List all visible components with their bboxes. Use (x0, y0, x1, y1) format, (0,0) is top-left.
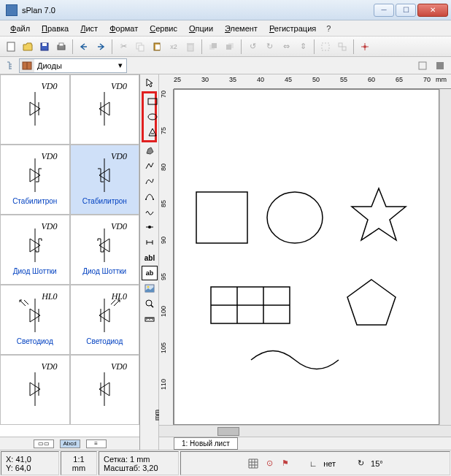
library-item[interactable]: HL0 Светодиод (70, 285, 140, 355)
maximize-button[interactable]: ☐ (396, 4, 416, 17)
paste-button[interactable] (149, 39, 165, 55)
menu-лист[interactable]: Лист (74, 22, 104, 35)
library-tree-button[interactable] (3, 58, 19, 74)
dropdown-arrow-icon[interactable]: ▾ (115, 61, 126, 70)
component-label (104, 130, 105, 131)
flip-v-button[interactable]: ⇕ (295, 39, 311, 55)
library-item[interactable]: VD0 (0, 74, 70, 145)
snap-toggle-button[interactable] (357, 39, 373, 55)
delete-button[interactable] (182, 39, 198, 55)
menu-опции[interactable]: Опции (183, 22, 219, 35)
image-tool[interactable] (142, 281, 158, 296)
menu-файл[interactable]: Файл (4, 22, 36, 35)
library-item[interactable]: VD0 (70, 355, 140, 425)
library-item[interactable]: VD0 (70, 74, 140, 145)
cut-button[interactable]: ✂ (115, 39, 131, 55)
rotate-right-button[interactable]: ↻ (261, 39, 277, 55)
group-button[interactable] (317, 39, 334, 55)
text-tool[interactable]: abI (142, 250, 158, 265)
menu-формат[interactable]: Формат (104, 22, 144, 35)
dimension-tool[interactable] (142, 235, 158, 250)
app-icon (6, 4, 18, 16)
lib-extra-2[interactable] (432, 58, 448, 74)
library-item[interactable]: HL0 Светодиод (0, 285, 70, 355)
curve-tool[interactable] (142, 174, 158, 188)
menu-сервис[interactable]: Сервис (144, 22, 183, 35)
magnet-icon[interactable]: ⊙ (263, 458, 275, 469)
lib-view-3[interactable]: ≡ (86, 439, 107, 448)
lib-view-2[interactable]: Abcd (60, 439, 80, 448)
ruler-tick: 55 (340, 76, 347, 83)
ruler-unit-v: mm (153, 410, 161, 421)
ellipse-tool[interactable] (144, 110, 161, 124)
freehand-tool[interactable] (142, 204, 158, 219)
sheet-tab-1[interactable]: 1: Новый лист (174, 437, 238, 450)
ruler-tick: 35 (229, 76, 236, 83)
angle-snap-icon[interactable]: ∟ (307, 458, 319, 469)
open-button[interactable] (20, 39, 36, 55)
redo-button[interactable] (93, 39, 109, 55)
shape-wave[interactable] (251, 351, 339, 369)
library-item[interactable]: VD0 (0, 355, 70, 425)
svg-rect-0 (7, 42, 15, 51)
grid-icon[interactable] (247, 458, 259, 469)
close-button[interactable]: ✕ (417, 4, 448, 17)
ruler-tick: 80 (160, 164, 167, 171)
node-tool[interactable] (142, 220, 158, 234)
library-item[interactable]: VD0 Стабилитрон (70, 145, 140, 215)
undo-button[interactable] (76, 39, 92, 55)
textbox-tool[interactable]: ab (142, 266, 158, 280)
library-item[interactable]: VD0 Диод Шоттки (0, 215, 70, 285)
rotate-icon[interactable]: ↻ (355, 458, 366, 469)
shape-table[interactable] (211, 287, 290, 323)
print-button[interactable] (53, 39, 69, 55)
new-button[interactable] (3, 39, 19, 55)
library-item[interactable]: VD0 Стабилитрон (0, 145, 70, 215)
special-shape-tool[interactable] (144, 125, 161, 139)
shape-square[interactable] (196, 192, 247, 243)
svg-point-44 (148, 114, 157, 120)
flip-h-button[interactable]: ⇔ (278, 39, 294, 55)
flag-icon[interactable]: ⚑ (280, 458, 291, 469)
shape-pentagon[interactable] (347, 280, 396, 325)
minimize-button[interactable]: ─ (374, 4, 394, 17)
component-ref: HL0 (112, 291, 127, 302)
rotate-left-button[interactable]: ↺ (244, 39, 261, 55)
component-label: Светодиод (85, 337, 123, 346)
bring-front-button[interactable] (205, 39, 221, 55)
copy-button[interactable] (132, 39, 148, 55)
ungroup-button[interactable] (334, 39, 350, 55)
lib-view-1[interactable]: ▭▭ (34, 439, 54, 448)
lib-extra-1[interactable] (415, 58, 431, 74)
save-button[interactable] (36, 39, 53, 55)
tool-palette: abI ab (140, 74, 159, 450)
menu-регистрация[interactable]: Регистрация (263, 22, 322, 35)
component-label (34, 410, 36, 412)
drawing-canvas[interactable] (174, 89, 439, 425)
measure-tool[interactable] (142, 312, 158, 326)
rectangle-tool[interactable] (144, 94, 161, 109)
menu-элемент[interactable]: Элемент (219, 22, 263, 35)
ruler-tick: 50 (312, 76, 320, 83)
svg-rect-12 (212, 43, 217, 48)
line-tool[interactable] (142, 158, 158, 173)
menu-help[interactable]: ? (322, 22, 335, 35)
bezier-tool[interactable] (142, 189, 158, 204)
library-item[interactable]: VD0 Диод Шоттки (70, 215, 140, 285)
zoom-tool[interactable] (142, 296, 158, 311)
library-selector[interactable]: Диоды ▾ (19, 58, 127, 73)
svg-rect-15 (322, 43, 329, 50)
polygon-tool[interactable] (142, 143, 158, 158)
send-back-button[interactable] (222, 39, 238, 55)
duplicate-button[interactable]: x2 (166, 39, 182, 55)
shape-star[interactable] (352, 188, 406, 240)
shape-circle[interactable] (267, 192, 323, 243)
component-label: Стабилитрон (12, 196, 58, 206)
canvas-area: mm25303540455055606570 mm 70758085909510… (159, 74, 451, 450)
menu-правка[interactable]: Правка (36, 22, 74, 35)
pointer-tool[interactable] (142, 76, 158, 91)
svg-point-46 (153, 199, 154, 200)
vertical-scrollbar[interactable] (439, 89, 451, 425)
status-grid: Сетка: 1 mm (104, 455, 174, 464)
horizontal-scrollbar[interactable] (159, 425, 451, 437)
